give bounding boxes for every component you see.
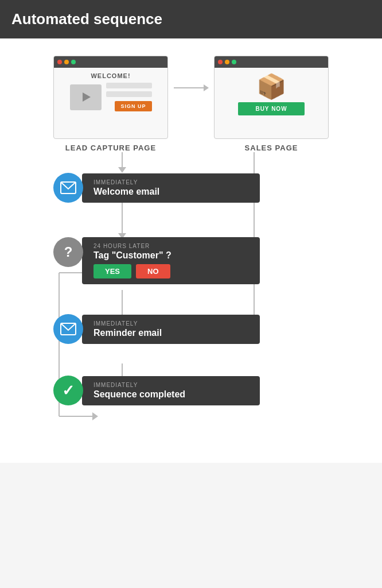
sales-browser: 📦 BUY NOW: [214, 56, 329, 139]
lead-capture-browser: WELCOME! SIGN UP: [53, 56, 168, 139]
play-icon: [83, 92, 91, 102]
dot-yellow: [64, 60, 69, 64]
sales-page: 📦 BUY NOW SALES PAGE: [214, 56, 329, 152]
yes-no-row: YES NO: [93, 264, 251, 278]
step4-card: IMMEDIATELY Sequence completed: [82, 376, 260, 405]
step1-timing: IMMEDIATELY: [93, 179, 251, 185]
diagram-area: IMMEDIATELY Welcome email ? 24 HOURS LAT…: [30, 152, 352, 440]
connectors-svg: [30, 152, 352, 588]
lead-body: SIGN UP: [70, 83, 152, 111]
step2-icon: ?: [53, 237, 83, 267]
buy-now-button[interactable]: BUY NOW: [238, 102, 304, 115]
step2-card: 24 HOURS LATER Tag "Customer" ? YES NO: [82, 237, 260, 284]
lead-capture-page: WELCOME! SIGN UP LEAD CAPTURE PAGE: [53, 56, 168, 152]
dot-green-sales: [232, 60, 236, 64]
sales-body: 📦 BUY NOW: [238, 72, 304, 134]
form-fields: SIGN UP: [106, 83, 152, 111]
step1-row: IMMEDIATELY Welcome email: [53, 173, 260, 203]
main-content: WELCOME! SIGN UP LEAD CAPTURE PAGE: [0, 38, 382, 463]
step3-timing: IMMEDIATELY: [93, 320, 251, 327]
email-svg-3: [60, 323, 76, 335]
step4-row: ✓ IMMEDIATELY Sequence completed: [53, 376, 260, 405]
dot-green: [71, 60, 76, 64]
step2-timing: 24 HOURS LATER: [93, 243, 251, 249]
step4-title: Sequence completed: [93, 389, 251, 400]
browser-bar-sales: [215, 56, 328, 68]
step1-icon: [53, 173, 83, 203]
pages-horizontal-arrow: [168, 56, 214, 88]
app-header: Automated sequence: [0, 0, 382, 38]
svg-marker-1: [118, 167, 126, 173]
arrow-line: [174, 87, 208, 88]
dot-red-sales: [218, 60, 223, 64]
lead-capture-content: WELCOME! SIGN UP: [54, 68, 167, 138]
step4-timing: IMMEDIATELY: [93, 382, 251, 388]
box-icon: 📦: [256, 75, 286, 99]
question-mark-icon: ?: [64, 244, 73, 260]
step3-row: IMMEDIATELY Reminder email: [53, 314, 260, 344]
step1-title: Welcome email: [93, 187, 251, 197]
step1-card: IMMEDIATELY Welcome email: [82, 173, 260, 203]
step4-icon: ✓: [53, 376, 83, 405]
sales-page-label: SALES PAGE: [245, 144, 298, 152]
video-placeholder: [70, 84, 102, 110]
lead-capture-label: LEAD CAPTURE PAGE: [65, 144, 156, 152]
yes-button[interactable]: YES: [93, 264, 131, 278]
pages-section: WELCOME! SIGN UP LEAD CAPTURE PAGE: [11, 56, 371, 152]
dot-red: [57, 60, 62, 64]
bottom-spacer: [30, 405, 352, 440]
step3-title: Reminder email: [93, 328, 251, 338]
form-field-2: [106, 91, 152, 97]
sales-content: 📦 BUY NOW: [215, 68, 328, 138]
form-field-1: [106, 83, 152, 88]
step2-title: Tag "Customer" ?: [93, 250, 251, 261]
signup-button[interactable]: SIGN UP: [115, 101, 151, 111]
step3-card: IMMEDIATELY Reminder email: [82, 315, 260, 344]
email-svg-1: [60, 181, 76, 194]
dot-yellow-sales: [225, 60, 229, 64]
browser-bar-lead: [54, 56, 167, 68]
welcome-text: WELCOME!: [91, 72, 130, 79]
step2-row: ? 24 HOURS LATER Tag "Customer" ? YES NO: [53, 237, 260, 284]
checkmark-icon: ✓: [62, 382, 75, 400]
no-button[interactable]: NO: [136, 264, 170, 278]
step3-icon: [53, 314, 83, 344]
page-title: Automated sequence: [11, 10, 371, 28]
